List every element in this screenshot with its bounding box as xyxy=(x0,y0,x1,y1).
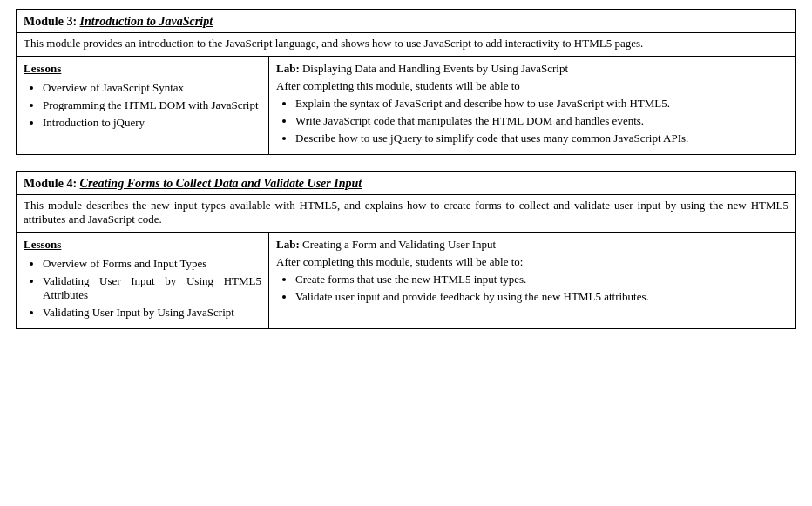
module-4-lab-title-text: Creating a Form and Validating User Inpu… xyxy=(302,238,496,251)
module-3-lab-label: Lab: xyxy=(276,62,300,75)
module-3-title: Module 3: Introduction to JavaScript xyxy=(24,15,213,28)
module-4-lessons-col: Lessons Overview of Forms and Input Type… xyxy=(17,233,269,328)
module-3-lab-title-text: Displaying Data and Handling Events by U… xyxy=(302,62,568,75)
module-3-lessons-col: Lessons Overview of JavaScript Syntax Pr… xyxy=(17,57,269,154)
list-item: Explain the syntax of JavaScript and des… xyxy=(295,97,788,111)
list-item: Describe how to use jQuery to simplify c… xyxy=(295,132,788,145)
module-4-description: This module describes the new input type… xyxy=(17,195,795,232)
module-3-lessons-label: Lessons xyxy=(24,62,261,76)
module-4-number: Module 4 xyxy=(24,177,72,190)
module-4-lab-title: Lab: Creating a Form and Validating User… xyxy=(276,238,788,252)
module-3-lab-col: Lab: Displaying Data and Handling Events… xyxy=(269,57,795,154)
module-4-lab-intro: After completing this module, students w… xyxy=(276,255,788,269)
module-3-description: This module provides an introduction to … xyxy=(17,33,795,56)
module-4-lessons-list: Overview of Forms and Input Types Valida… xyxy=(24,257,261,320)
module-3-content: Lessons Overview of JavaScript Syntax Pr… xyxy=(17,56,795,154)
module-3-lab-intro: After completing this module, students w… xyxy=(276,79,788,93)
module-3-header: Module 3: Introduction to JavaScript xyxy=(17,10,795,33)
module-4-header: Module 4: Creating Forms to Collect Data… xyxy=(17,172,795,195)
module-3-lab-list: Explain the syntax of JavaScript and des… xyxy=(276,97,788,145)
module-4-lessons-label: Lessons xyxy=(24,238,261,252)
module-4-lab-label: Lab: xyxy=(276,238,300,251)
module-4-colon: : xyxy=(72,177,77,190)
module-4-title: Module 4: Creating Forms to Collect Data… xyxy=(24,177,362,190)
module-4-lab-col: Lab: Creating a Form and Validating User… xyxy=(269,233,795,328)
list-item: Create forms that use the new HTML5 inpu… xyxy=(295,273,788,287)
module-4-content: Lessons Overview of Forms and Input Type… xyxy=(17,232,795,328)
list-item: Introduction to jQuery xyxy=(43,116,261,130)
module-3-block: Module 3: Introduction to JavaScript Thi… xyxy=(16,9,796,155)
module-4-link: Creating Forms to Collect Data and Valid… xyxy=(80,177,362,190)
module-3-lessons-list: Overview of JavaScript Syntax Programmin… xyxy=(24,81,261,130)
list-item: Write JavaScript code that manipulates t… xyxy=(295,114,788,128)
list-item: Validating User Input by Using HTML5 Att… xyxy=(43,274,261,302)
list-item: Overview of Forms and Input Types xyxy=(43,257,261,271)
list-item: Programming the HTML DOM with JavaScript xyxy=(43,98,261,112)
list-item: Validate user input and provide feedback… xyxy=(295,290,788,304)
module-4-lab-list: Create forms that use the new HTML5 inpu… xyxy=(276,273,788,304)
module-3-colon: : xyxy=(72,15,77,28)
list-item: Overview of JavaScript Syntax xyxy=(43,81,261,95)
module-4-block: Module 4: Creating Forms to Collect Data… xyxy=(16,171,796,329)
list-item: Validating User Input by Using JavaScrip… xyxy=(43,306,261,320)
module-3-number: Module 3 xyxy=(24,15,72,28)
module-3-lab-title: Lab: Displaying Data and Handling Events… xyxy=(276,62,788,76)
module-3-link: Introduction to JavaScript xyxy=(80,15,213,28)
